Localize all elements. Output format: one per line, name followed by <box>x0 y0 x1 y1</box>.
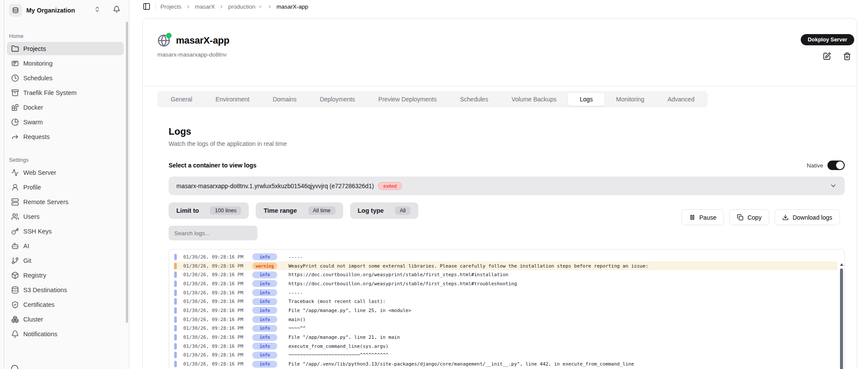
action-label: Copy <box>747 214 761 221</box>
tab-schedules[interactable]: Schedules <box>448 93 500 106</box>
log-row: 01/30/26, 09:28:16 PMinfohttps://doc.cou… <box>173 270 837 279</box>
tab-preview-deployments[interactable]: Preview Deployments <box>367 93 448 106</box>
globe-icon <box>157 34 170 47</box>
organization-switcher[interactable]: My Organization <box>0 0 129 20</box>
download-icon <box>782 214 789 221</box>
sidebar-item-swarm[interactable]: Swarm <box>7 115 124 129</box>
sidebar-item-schedules[interactable]: Schedules <box>7 71 124 85</box>
tab-deployments[interactable]: Deployments <box>308 93 367 106</box>
sidebar-item-projects[interactable]: Projects <box>7 42 124 55</box>
log-timestamp: 01/30/26, 09:28:16 PM <box>183 272 252 278</box>
key-icon <box>11 227 19 235</box>
search-input[interactable] <box>169 226 257 240</box>
log-message: ----- <box>288 254 303 260</box>
card-header: masarX-app masarx-masarxapp-do8tnv Dokpl… <box>143 19 857 86</box>
log-message: https://doc.courtbouillon.org/weasyprint… <box>288 281 517 287</box>
sidebar-item-traefik-file-system[interactable]: Traefik File System <box>7 86 124 99</box>
sidebar-item-docker[interactable]: Docker <box>7 101 124 114</box>
scrollbar-thumb[interactable] <box>840 268 843 369</box>
log-message: ~~~~~~~~~~~~~~~~~~~~~~~~~^^^^^^^^^^ <box>288 352 389 358</box>
sidebar-item-label: Profile <box>23 184 41 191</box>
notifications-bell-icon[interactable] <box>113 6 120 15</box>
tab-monitoring[interactable]: Monitoring <box>605 93 656 106</box>
filter-value: All <box>395 206 410 215</box>
logs-subtitle: Watch the logs of the application in rea… <box>169 140 845 147</box>
tab-list: GeneralEnvironmentDomainsDeploymentsPrev… <box>157 91 708 107</box>
native-toggle-label: Native <box>807 162 823 169</box>
action-label: Pause <box>699 214 717 221</box>
sidebar-item-web-server[interactable]: Web Server <box>7 166 124 179</box>
tab-advanced[interactable]: Advanced <box>656 93 706 106</box>
breadcrumb-item-masarx[interactable]: masarX <box>195 3 215 10</box>
sidebar-scrollbar-thumb[interactable] <box>126 22 128 323</box>
breadcrumb-item-projects[interactable]: Projects <box>160 3 182 10</box>
sidebar-item-users[interactable]: Users <box>7 210 124 223</box>
topbar: ProjectsmasarXproductionmasarX-app <box>130 0 868 13</box>
log-message: https://doc.courtbouillon.org/weasyprint… <box>288 272 508 278</box>
sidebar-item-certificates[interactable]: Certificates <box>7 298 124 311</box>
log-level-bar <box>174 281 177 287</box>
sidebar-item-label: Remote Servers <box>23 199 69 205</box>
container-select[interactable]: masarx-masarxapp-do8tnv.1.yrwlux5xkuzb01… <box>169 177 845 195</box>
filter-log-type[interactable]: Log typeAll <box>350 202 418 219</box>
database-icon <box>11 286 19 294</box>
user-avatar-partial[interactable] <box>11 365 19 369</box>
sidebar-item-monitoring[interactable]: Monitoring <box>7 57 124 70</box>
bell-icon <box>11 330 19 338</box>
tab-domains[interactable]: Domains <box>261 93 308 106</box>
log-row: 01/30/26, 09:28:16 PMinfoFile "/app/.ven… <box>173 360 837 369</box>
sidebar-nav: HomeProjectsMonitoringSchedulesTraefik F… <box>0 20 129 341</box>
chevrons-up-down-icon[interactable] <box>94 6 100 14</box>
log-level-badge: info <box>252 280 277 287</box>
user-icon <box>11 183 19 191</box>
tab-environment[interactable]: Environment <box>204 93 261 106</box>
log-level-bar <box>174 254 177 260</box>
sidebar-item-ssh-keys[interactable]: SSH Keys <box>7 224 124 238</box>
sidebar-item-notifications[interactable]: Notifications <box>7 327 124 341</box>
sidebar-item-cluster[interactable]: Cluster <box>7 312 124 326</box>
filter-limit-to[interactable]: Limit to100 lines <box>169 202 249 219</box>
log-message: Traceback (most recent call last): <box>288 299 385 304</box>
sidebar-item-git[interactable]: Git <box>7 254 124 267</box>
tab-general[interactable]: General <box>159 93 204 106</box>
native-toggle[interactable] <box>827 161 845 170</box>
scroll-up-arrow-icon[interactable] <box>840 263 843 266</box>
sidebar-item-s3-destinations[interactable]: S3 Destinations <box>7 283 124 296</box>
pause-button[interactable]: Pause <box>681 209 724 225</box>
panel-left-toggle-icon[interactable] <box>143 3 150 10</box>
log-row: 01/30/26, 09:28:16 PMinfo~~~~^^ <box>173 324 837 333</box>
tab-logs[interactable]: Logs <box>568 93 604 106</box>
log-row: 01/30/26, 09:28:16 PMwarningWeasyPrint c… <box>173 262 837 271</box>
log-level-bar <box>174 343 177 350</box>
edit-button[interactable] <box>823 52 831 60</box>
sidebar-item-ai[interactable]: AI <box>7 239 124 252</box>
filter-label: Log type <box>358 207 384 214</box>
copy-button[interactable]: Copy <box>729 209 769 225</box>
filter-value: 100 lines <box>210 206 241 215</box>
shield-check-icon <box>11 301 19 309</box>
log-scrollbar[interactable] <box>839 250 844 369</box>
sidebar-item-label: Swarm <box>23 119 43 126</box>
filter-time-range[interactable]: Time rangeAll time <box>256 202 343 219</box>
log-row: 01/30/26, 09:28:16 PMinfo~~~~~~~~~~~~~~~… <box>173 351 837 360</box>
sidebar-item-label: Users <box>23 213 40 220</box>
log-timestamp: 01/30/26, 09:28:16 PM <box>183 317 252 322</box>
delete-button[interactable] <box>843 52 851 60</box>
log-level-bar <box>174 361 177 367</box>
tab-volume-backups[interactable]: Volume Backups <box>500 93 568 106</box>
log-level-badge: info <box>252 352 277 359</box>
log-timestamp: 01/30/26, 09:28:16 PM <box>183 361 252 367</box>
main-area: ProjectsmasarXproductionmasarX-app masar… <box>130 0 868 369</box>
copy-icon <box>737 214 743 221</box>
breadcrumb-item-masarx-app[interactable]: masarX-app <box>276 3 308 10</box>
sidebar-item-remote-servers[interactable]: Remote Servers <box>7 195 124 208</box>
sidebar-item-registry[interactable]: Registry <box>7 268 124 282</box>
sidebar-item-profile[interactable]: Profile <box>7 180 124 194</box>
sidebar-item-label: Monitoring <box>23 60 53 67</box>
sidebar-item-requests[interactable]: Requests <box>7 130 124 143</box>
chevron-right-icon <box>267 4 273 9</box>
log-panel: 01/30/26, 09:28:16 PMinfo-----01/30/26, … <box>169 249 845 369</box>
breadcrumb-item-production[interactable]: production <box>228 3 255 10</box>
download-logs-button[interactable]: Download logs <box>774 209 840 225</box>
log-timestamp: 01/30/26, 09:28:16 PM <box>183 263 252 269</box>
